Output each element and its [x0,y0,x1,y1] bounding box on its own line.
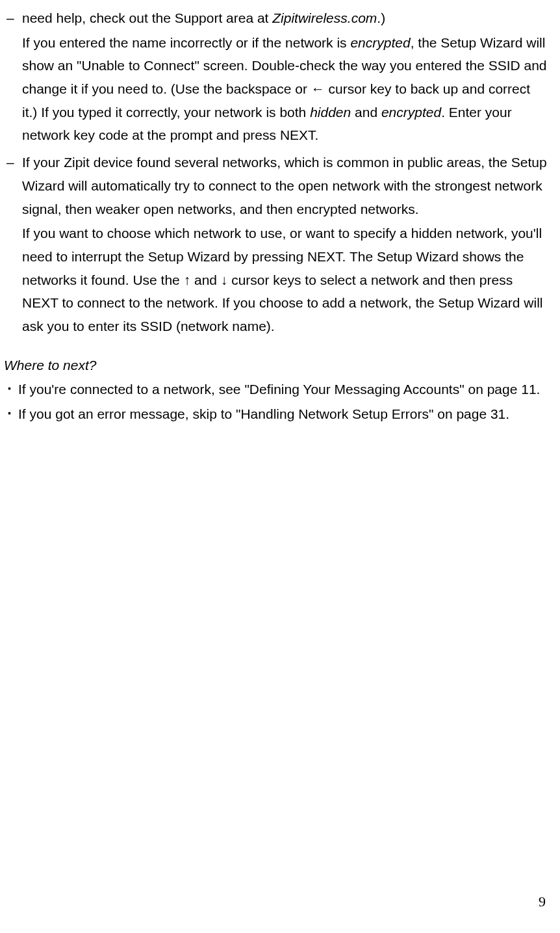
text: If your Zipit device found several netwo… [22,155,547,216]
page-number: 9 [539,889,546,913]
list-item-body: If you got an error message, skip to "Ha… [18,402,548,426]
square-bullet-icon: ▪ [5,402,18,426]
text: If you entered the name incorrectly or i… [22,35,350,50]
italic-text: hidden [310,105,351,120]
dash-marker: – [4,151,22,339]
italic-text: encrypted [381,105,441,120]
square-bullet-icon: ▪ [5,378,18,401]
where-to-next-heading: Where to next? [4,354,548,377]
text: .) [377,10,385,25]
paragraph: If you entered the name incorrectly or i… [22,31,548,147]
list-item: ▪If you got an error message, skip to "H… [5,402,548,426]
italic-text: Zipitwireless.com [272,10,377,25]
paragraph: If you want to choose which network to u… [22,222,548,337]
text: need help, check out the Support area at [22,10,272,25]
list-item: ▪If you're connected to a network, see "… [5,378,548,401]
list-item: –If your Zipit device found several netw… [4,151,548,339]
italic-text: encrypted [350,35,410,50]
paragraph: need help, check out the Support area at… [22,7,548,30]
list-item-body: need help, check out the Support area at… [22,7,548,148]
list-item-body: If your Zipit device found several netwo… [22,151,548,339]
text: and [351,105,381,120]
text: If you want to choose which network to u… [22,226,543,334]
list-item-body: If you're connected to a network, see "D… [18,378,548,401]
list-item: –need help, check out the Support area a… [4,7,548,148]
dash-marker: – [4,7,22,148]
paragraph: If your Zipit device found several netwo… [22,151,548,220]
